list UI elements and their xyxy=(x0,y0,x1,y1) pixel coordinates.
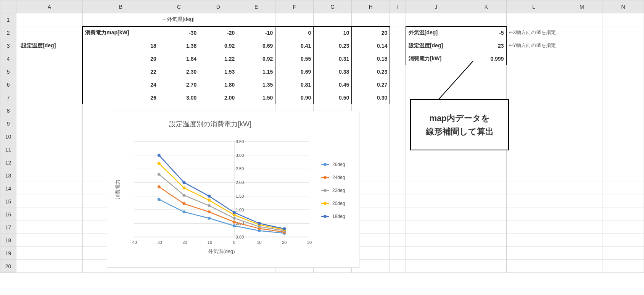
row-header[interactable]: 1 xyxy=(0,13,16,26)
cell[interactable] xyxy=(406,234,466,247)
cell[interactable] xyxy=(506,260,561,273)
cell[interactable] xyxy=(561,13,602,26)
cell[interactable] xyxy=(561,65,602,78)
row-header[interactable]: 6 xyxy=(0,78,16,91)
map-data-cell[interactable]: 0.18 xyxy=(352,52,390,65)
cell[interactable] xyxy=(602,104,644,117)
map-y-header[interactable]: 24 xyxy=(82,78,159,91)
col-header[interactable]: I xyxy=(390,0,406,13)
cell[interactable] xyxy=(16,247,83,260)
cell[interactable] xyxy=(602,195,644,208)
cell[interactable] xyxy=(466,208,506,221)
cell[interactable] xyxy=(561,208,602,221)
col-header[interactable]: B xyxy=(82,0,159,13)
cell[interactable] xyxy=(602,130,644,143)
cell[interactable] xyxy=(390,260,406,273)
row-header[interactable]: 15 xyxy=(0,195,16,208)
cell[interactable] xyxy=(602,208,644,221)
map-data-cell[interactable]: 1.38 xyxy=(159,39,199,52)
row-header[interactable]: 2 xyxy=(0,26,16,39)
y-axis-label[interactable]: ↓設定温度[deg] xyxy=(16,39,83,52)
cell[interactable] xyxy=(390,143,406,156)
cell[interactable] xyxy=(602,247,644,260)
cell[interactable] xyxy=(506,247,561,260)
cell[interactable] xyxy=(406,195,466,208)
map-x-header[interactable]: 10 xyxy=(314,26,352,39)
cell[interactable] xyxy=(561,234,602,247)
map-data-cell[interactable]: 0.27 xyxy=(352,78,390,91)
row-header[interactable]: 5 xyxy=(0,65,16,78)
row-header[interactable]: 3 xyxy=(0,39,16,52)
cell[interactable] xyxy=(390,182,406,195)
lookup-x-label[interactable]: 外気温[deg] xyxy=(406,26,466,39)
map-data-cell[interactable]: 0.69 xyxy=(275,65,314,78)
cell[interactable] xyxy=(466,182,506,195)
cell[interactable] xyxy=(390,169,406,182)
map-data-cell[interactable]: 1.50 xyxy=(237,91,275,104)
map-data-cell[interactable]: 0.45 xyxy=(314,78,352,91)
cell[interactable] xyxy=(506,65,561,78)
cell[interactable] xyxy=(390,130,406,143)
col-header[interactable]: A xyxy=(16,0,83,13)
cell[interactable] xyxy=(602,39,644,52)
cell[interactable] xyxy=(82,13,159,26)
cell[interactable] xyxy=(602,13,644,26)
cell[interactable] xyxy=(390,117,406,130)
note-y[interactable]: ⇐Y軸方向の値を指定 xyxy=(506,39,561,52)
cell[interactable] xyxy=(16,117,83,130)
cell[interactable] xyxy=(506,52,561,65)
x-axis-label[interactable]: →外気温[deg] xyxy=(159,13,199,26)
cell[interactable] xyxy=(506,13,561,26)
cell[interactable] xyxy=(16,221,83,234)
cell[interactable] xyxy=(466,195,506,208)
cell[interactable] xyxy=(506,104,561,117)
cell[interactable] xyxy=(406,221,466,234)
cell[interactable] xyxy=(390,195,406,208)
map-y-header[interactable]: 20 xyxy=(82,52,159,65)
cell[interactable] xyxy=(506,130,561,143)
lookup-y-label[interactable]: 設定温度[deg] xyxy=(406,39,466,52)
spreadsheet-viewport[interactable]: A B C D E F G H I J K L M N 1→外気温[deg]2消… xyxy=(0,0,644,295)
map-data-cell[interactable]: 2.70 xyxy=(159,78,199,91)
cell[interactable] xyxy=(506,208,561,221)
cell[interactable] xyxy=(406,260,466,273)
map-data-cell[interactable]: 0.69 xyxy=(237,39,275,52)
cell[interactable] xyxy=(561,143,602,156)
cell[interactable] xyxy=(602,156,644,169)
map-data-cell[interactable]: 0.14 xyxy=(352,39,390,52)
map-data-cell[interactable]: 0.55 xyxy=(275,52,314,65)
cell[interactable] xyxy=(390,208,406,221)
map-y-header[interactable]: 22 xyxy=(82,65,159,78)
cell[interactable] xyxy=(16,156,83,169)
cell[interactable] xyxy=(390,26,406,39)
map-x-header[interactable]: -30 xyxy=(159,26,199,39)
col-header[interactable]: N xyxy=(602,0,644,13)
cell[interactable] xyxy=(561,221,602,234)
col-header[interactable]: G xyxy=(314,0,352,13)
cell[interactable] xyxy=(390,247,406,260)
map-data-cell[interactable]: 1.35 xyxy=(237,78,275,91)
cell[interactable] xyxy=(16,65,83,78)
cell[interactable] xyxy=(602,169,644,182)
map-data-cell[interactable]: 2.30 xyxy=(159,65,199,78)
map-data-cell[interactable]: 1.22 xyxy=(199,52,237,65)
cell[interactable] xyxy=(602,78,644,91)
cell[interactable] xyxy=(561,78,602,91)
cell[interactable] xyxy=(506,195,561,208)
cell[interactable] xyxy=(506,182,561,195)
cell[interactable] xyxy=(466,260,506,273)
cell[interactable] xyxy=(16,26,83,39)
map-data-cell[interactable]: 0.23 xyxy=(352,65,390,78)
cell[interactable] xyxy=(561,26,602,39)
cell[interactable] xyxy=(466,234,506,247)
map-data-cell[interactable]: 1.84 xyxy=(159,52,199,65)
chart-container[interactable]: 設定温度別の消費電力[kW]0.000.501.001.502.002.503.… xyxy=(107,111,359,268)
map-data-cell[interactable]: 0.30 xyxy=(352,91,390,104)
cell[interactable] xyxy=(16,52,83,65)
map-data-cell[interactable]: 1.80 xyxy=(199,78,237,91)
cell[interactable] xyxy=(561,195,602,208)
cell[interactable] xyxy=(466,247,506,260)
col-header[interactable]: D xyxy=(199,0,237,13)
row-header[interactable]: 8 xyxy=(0,104,16,117)
cell[interactable] xyxy=(506,91,561,104)
